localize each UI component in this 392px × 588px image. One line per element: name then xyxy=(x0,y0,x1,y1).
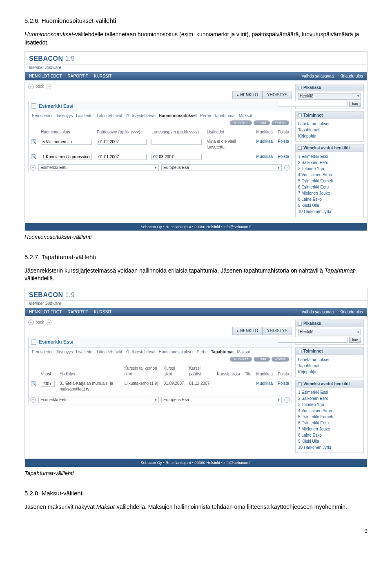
ptab-liiton[interactable]: Liiton tehtävät xyxy=(97,349,122,355)
recent-item[interactable]: 7 Mielonen Jouko xyxy=(298,426,361,432)
back-next-icon[interactable]: → xyxy=(46,84,51,89)
nav-kurssit[interactable]: KURSSIT xyxy=(94,309,111,315)
recent-item[interactable]: 9 Kiiski Ulla xyxy=(298,439,361,444)
toiminnot-item[interactable]: Lähetä tunnukset xyxy=(298,357,361,363)
nav-kurssit[interactable]: KURSSIT xyxy=(94,73,111,79)
ptab-yhdistys[interactable]: Yhdistystehtävät xyxy=(125,349,155,355)
ptab-tapahtumat[interactable]: Tapahtumat xyxy=(211,349,234,355)
collapse-icon[interactable] xyxy=(298,86,302,89)
row-delete[interactable]: Poista xyxy=(275,137,292,152)
nav-logout[interactable]: Kirjaudu ulos xyxy=(339,73,363,79)
ptab-huomionosoitukset[interactable]: Huomionosoitukset xyxy=(159,113,197,119)
ptab-perustiedot[interactable]: Perustiedot xyxy=(32,349,53,355)
ptab-lisatiedot[interactable]: Lisätiedot xyxy=(76,349,94,355)
toiminnot-item[interactable]: Tapahtumat xyxy=(298,127,361,133)
nav-raportit[interactable]: RAPORTIT xyxy=(68,73,88,79)
recent-item[interactable]: 5 Esimerkki Eemeli xyxy=(298,178,361,184)
cell-input[interactable] xyxy=(97,139,147,145)
pikahaku-button[interactable]: hae xyxy=(349,101,361,107)
toiminnot-item[interactable]: Lähetä tunnukset xyxy=(298,121,361,127)
back-prev-icon[interactable]: ← xyxy=(28,84,34,89)
pikahaku-input[interactable] xyxy=(278,101,347,107)
recent-item[interactable]: 7 Mielonen Jouko xyxy=(298,191,361,196)
nav-prev-select[interactable]: Esimerkki Eetu▾ xyxy=(38,397,159,403)
add-icon[interactable]: + xyxy=(30,397,36,403)
collapse-icon[interactable] xyxy=(298,350,302,353)
row-edit[interactable]: Muokkaa xyxy=(254,379,276,394)
nav-prev-select[interactable]: Esimerkki Eetu▾ xyxy=(38,164,159,171)
add-icon[interactable]: + xyxy=(30,165,36,171)
action-muokkaa[interactable]: Muokkaa xyxy=(230,120,252,125)
recent-item[interactable]: 4 Voutilainen Sirpa xyxy=(298,408,361,414)
magnify-icon[interactable]: 🔍 xyxy=(31,381,36,386)
collapse-icon[interactable] xyxy=(298,113,302,117)
ptab-tapahtumat[interactable]: Tapahtumat xyxy=(214,113,236,119)
action-poista[interactable]: Poista xyxy=(272,120,289,125)
recent-item[interactable]: 3 Tolonen Yrjö xyxy=(298,166,361,172)
ptab-jasenyys[interactable]: Jäsenyys xyxy=(56,349,73,355)
ptab-perhe[interactable]: Perhe xyxy=(197,349,208,355)
recent-item[interactable]: 5 Esimerkki Eemeli xyxy=(298,414,361,420)
pikahaku-select[interactable]: Henkilö▾ xyxy=(298,329,361,335)
go-next-icon[interactable]: → xyxy=(284,397,290,403)
action-lisaa[interactable]: Lisää xyxy=(254,120,270,125)
row-delete[interactable]: Poista xyxy=(275,152,292,162)
toiminnot-item[interactable]: Kirjepohja xyxy=(298,369,361,375)
nav-logout[interactable]: Kirjaudu ulos xyxy=(339,309,363,315)
tab-yhdistys[interactable]: YHDISTYS xyxy=(263,327,292,335)
toiminnot-item[interactable]: Tapahtumat xyxy=(298,363,361,369)
cell-input[interactable] xyxy=(41,154,92,160)
cell-input[interactable] xyxy=(97,154,147,160)
tab-yhdistys[interactable]: YHDISTYS xyxy=(263,91,292,99)
ptab-jasenyys[interactable]: Jäsenyys xyxy=(56,113,73,119)
pikahaku-input[interactable] xyxy=(278,337,347,343)
ptab-perustiedot[interactable]: Perustiedot xyxy=(32,113,53,119)
expand-icon[interactable]: − xyxy=(31,339,36,345)
recent-item[interactable]: 2 Salkonen Eero xyxy=(298,396,361,402)
ptab-perhe[interactable]: Perhe xyxy=(200,113,211,119)
ptab-huomionosoitukset[interactable]: Huomionosoitukset xyxy=(159,349,194,355)
ptab-maksut[interactable]: Maksut xyxy=(239,113,252,119)
cell-input[interactable] xyxy=(41,139,92,145)
action-poista[interactable]: Poista xyxy=(272,357,289,362)
toiminnot-item[interactable]: Kirjepohja xyxy=(298,133,361,139)
nav-henkilotiedot[interactable]: HENKILÖTIEDOT xyxy=(29,73,62,79)
back-prev-icon[interactable]: ← xyxy=(28,320,34,325)
cell-input[interactable] xyxy=(41,381,55,387)
back-next-icon[interactable]: → xyxy=(46,320,51,325)
collapse-icon[interactable] xyxy=(298,322,302,326)
collapse-icon[interactable] xyxy=(298,382,302,386)
magnify-icon[interactable]: 🔍 xyxy=(31,139,36,144)
tab-henkilo[interactable]: ▸ HENKILÖ xyxy=(232,327,263,335)
nav-change-password[interactable]: Vaihda salasanaa xyxy=(301,73,334,79)
cell-input[interactable] xyxy=(151,154,202,160)
ptab-liiton[interactable]: Liiton tehtävät xyxy=(97,113,122,119)
row-edit[interactable]: Muokkaa xyxy=(254,152,276,162)
go-next-icon[interactable]: → xyxy=(284,165,290,171)
back-label[interactable]: back xyxy=(36,84,44,89)
recent-item[interactable]: 8 Laine Esko xyxy=(298,197,361,202)
row-delete[interactable]: Poista xyxy=(275,379,292,394)
pikahaku-button[interactable]: hae xyxy=(349,337,361,343)
cell-input[interactable] xyxy=(151,139,202,145)
nav-raportit[interactable]: RAPORTIT xyxy=(68,309,88,315)
nav-change-password[interactable]: Vaihda salasanaa xyxy=(301,309,334,315)
recent-item[interactable]: 1 Esimerkki Essi xyxy=(298,154,361,160)
collapse-icon[interactable] xyxy=(298,146,302,150)
recent-item[interactable]: 1 Esimerkki Essi xyxy=(298,390,361,395)
recent-item[interactable]: 2 Salkonen Eero xyxy=(298,160,361,166)
action-lisaa[interactable]: Lisää xyxy=(254,357,270,362)
recent-item[interactable]: 4 Voutilainen Sirpa xyxy=(298,172,361,178)
recent-item[interactable]: 10 Härkönen Jyrki xyxy=(298,445,361,450)
pikahaku-select[interactable]: Henkilö▾ xyxy=(298,93,361,100)
recent-item[interactable]: 3 Tolonen Yrjö xyxy=(298,402,361,408)
action-muokkaa[interactable]: Muokkaa xyxy=(230,357,252,362)
ptab-maksut[interactable]: Maksut xyxy=(237,349,250,355)
tab-henkilo[interactable]: ▸ HENKILÖ xyxy=(232,91,263,99)
recent-item[interactable]: 6 Esimerkki Eetu xyxy=(298,420,361,426)
recent-item[interactable]: 6 Esimerkki Eetu xyxy=(298,184,361,190)
nav-next-select[interactable]: Europeus Esa▾ xyxy=(161,397,282,403)
recent-item[interactable]: 10 Härkönen Jyrki xyxy=(298,209,361,215)
expand-icon[interactable]: − xyxy=(31,103,36,109)
ptab-yhdistys[interactable]: Yhdistystehtävät xyxy=(125,113,155,119)
